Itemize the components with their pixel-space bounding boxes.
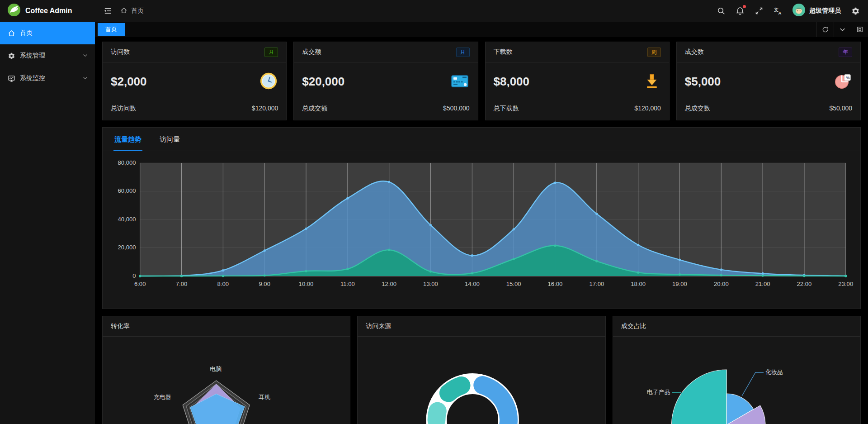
breadcrumb[interactable]: 首页 <box>120 7 144 15</box>
stat-cards-row: 访问数 月 $2,000 总访问数 $120,000 <box>102 42 861 120</box>
avatar <box>793 4 805 18</box>
breadcrumb-label: 首页 <box>131 7 144 15</box>
tab-traffic-trend[interactable]: 流量趋势 <box>113 129 142 151</box>
bottom-panels-row: 转化率 电脑耳机充电器 访问来源 成交占比 电子产品化妆品 <box>102 316 861 424</box>
stat-card-downloads: 下载数 周 $8,000 总下载数 $120,000 <box>485 42 670 120</box>
stat-card-title: 下载数 <box>494 48 513 56</box>
gear-icon[interactable] <box>851 6 860 15</box>
stat-card-deal-amount: 成交额 月 $20,000 总成交额 $50 <box>293 42 478 120</box>
visit-source-panel: 访问来源 <box>357 316 605 424</box>
svg-text:22:00: 22:00 <box>797 281 812 287</box>
traffic-trend-panel: 流量趋势 访问量 020,00040,00060,00080,0006:007:… <box>102 127 861 309</box>
stat-value: $8,000 <box>494 75 530 89</box>
gear-icon <box>7 52 15 60</box>
home-icon <box>7 29 15 37</box>
user-menu[interactable]: 超级管理员 <box>793 4 841 18</box>
svg-text:14:00: 14:00 <box>465 281 480 287</box>
stat-footer-label: 总成交额 <box>302 105 327 113</box>
panel-title: 转化率 <box>103 316 350 337</box>
chevron-down-icon[interactable] <box>834 22 851 37</box>
svg-text:40,000: 40,000 <box>118 216 136 223</box>
panel-title: 成交占比 <box>613 316 860 337</box>
status-badge: 年 <box>839 48 852 57</box>
stat-footer-label: 总下载数 <box>494 105 519 113</box>
deal-share-pie-chart[interactable]: 电子产品化妆品 <box>613 337 860 424</box>
stat-value: $5,000 <box>685 75 721 89</box>
svg-text:%: % <box>846 75 850 80</box>
stat-card-title: 成交数 <box>685 48 704 56</box>
stat-footer-value: $50,000 <box>829 105 852 113</box>
notification-dot <box>743 5 746 8</box>
svg-text:15:00: 15:00 <box>506 281 521 287</box>
svg-text:12:00: 12:00 <box>382 281 396 287</box>
sidebar-item-system-admin[interactable]: 系统管理 <box>0 44 95 67</box>
fullscreen-icon[interactable] <box>755 6 764 15</box>
svg-text:7:00: 7:00 <box>176 281 188 287</box>
svg-text:化妆品: 化妆品 <box>765 369 783 376</box>
svg-text:6:00: 6:00 <box>134 281 146 287</box>
refresh-icon[interactable] <box>816 22 834 37</box>
svg-text:21:00: 21:00 <box>755 281 770 287</box>
stat-card-visits: 访问数 月 $2,000 总访问数 $120,000 <box>102 42 287 120</box>
download-icon <box>643 72 661 92</box>
chevron-down-icon <box>83 52 88 59</box>
stat-footer-value: $500,000 <box>443 105 469 113</box>
sidebar: Coffee Admin 首页 系统管理 系统监控 <box>0 0 95 424</box>
stat-value: $20,000 <box>302 75 344 89</box>
svg-text:10:00: 10:00 <box>299 281 314 287</box>
stat-card-title: 访问数 <box>111 48 130 56</box>
traffic-area-chart[interactable]: 020,00040,00060,00080,0006:007:008:009:0… <box>107 155 856 305</box>
translate-icon[interactable]: 文 A <box>774 6 783 15</box>
svg-text:23:00: 23:00 <box>838 281 853 287</box>
menu-fold-icon[interactable] <box>103 6 112 15</box>
stat-footer-label: 总访问数 <box>111 105 136 113</box>
visit-source-donut-chart[interactable] <box>358 337 605 424</box>
stat-card-title: 成交额 <box>302 48 321 56</box>
brand-name: Coffee Admin <box>25 7 72 15</box>
credit-card-icon <box>450 71 470 93</box>
svg-text:19:00: 19:00 <box>672 281 687 287</box>
username: 超级管理员 <box>809 7 841 15</box>
conversion-radar-chart[interactable]: 电脑耳机充电器 <box>103 337 350 424</box>
svg-text:电子产品: 电子产品 <box>646 389 670 395</box>
sidebar-item-system-monitor[interactable]: 系统监控 <box>0 67 95 90</box>
svg-text:A: A <box>778 10 781 15</box>
svg-text:0: 0 <box>132 272 136 279</box>
trend-tabs: 流量趋势 访问量 <box>103 128 860 151</box>
svg-text:9:00: 9:00 <box>259 281 270 287</box>
svg-text:60,000: 60,000 <box>118 188 136 195</box>
home-icon <box>120 7 127 15</box>
svg-text:17:00: 17:00 <box>589 281 604 287</box>
stat-card-deal-count: 成交数 年 $5,000 % 总成交数 $50,000 <box>676 42 861 120</box>
tab-visit-volume[interactable]: 访问量 <box>159 129 181 151</box>
stat-value: $2,000 <box>111 75 147 89</box>
tab-home[interactable]: 首页 <box>98 23 125 36</box>
bell-icon[interactable] <box>736 6 745 15</box>
search-icon[interactable] <box>717 6 726 15</box>
deal-share-panel: 成交占比 电子产品化妆品 <box>613 316 861 424</box>
panel-title: 访问来源 <box>358 316 605 337</box>
svg-text:20:00: 20:00 <box>714 281 729 287</box>
brand-logo-row: Coffee Admin <box>0 0 95 22</box>
svg-text:13:00: 13:00 <box>423 281 438 287</box>
status-badge: 月 <box>456 48 470 57</box>
status-badge: 周 <box>647 48 661 57</box>
pie-icon: % <box>833 71 852 92</box>
top-navbar: 首页 文 A <box>95 0 868 22</box>
monitor-icon <box>7 75 15 82</box>
sidebar-item-home[interactable]: 首页 <box>0 22 95 44</box>
clock-icon <box>259 71 278 92</box>
svg-text:文: 文 <box>774 7 778 12</box>
stat-footer-value: $120,000 <box>252 105 278 113</box>
svg-text:耳机: 耳机 <box>259 394 270 400</box>
svg-text:充电器: 充电器 <box>154 394 171 400</box>
spring-leaf-logo-icon <box>7 3 21 19</box>
chevron-down-icon <box>83 75 88 82</box>
sidebar-item-label: 首页 <box>20 29 33 37</box>
stat-footer-label: 总成交数 <box>685 105 710 113</box>
conversion-rate-panel: 转化率 电脑耳机充电器 <box>102 316 350 424</box>
svg-text:11:00: 11:00 <box>340 281 355 287</box>
sidebar-item-label: 系统管理 <box>20 52 45 60</box>
stat-footer-value: $120,000 <box>634 105 660 113</box>
maximize-icon[interactable] <box>851 22 868 37</box>
